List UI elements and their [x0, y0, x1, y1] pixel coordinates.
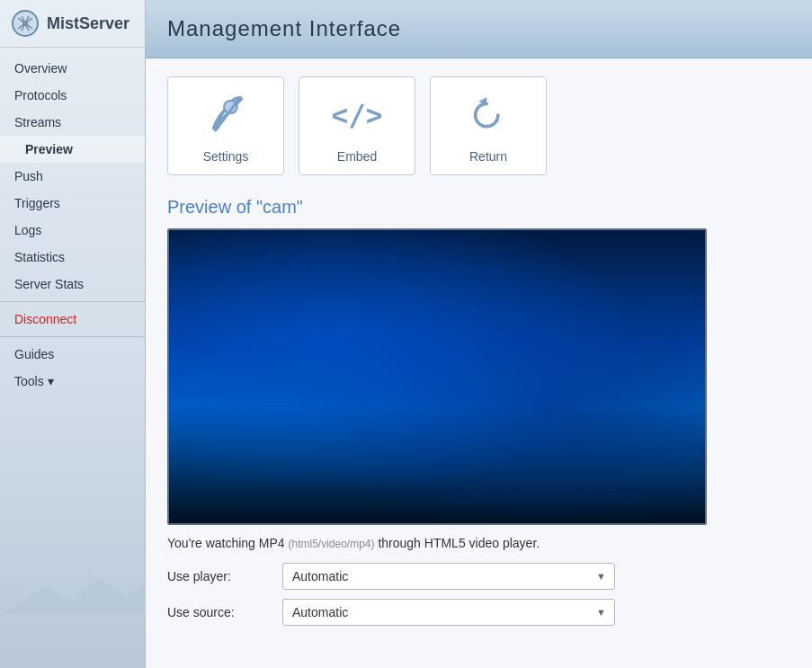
svg-point-34 — [289, 287, 299, 298]
svg-point-37 — [461, 289, 512, 340]
player-select-wrapper: Automatic — [282, 563, 615, 590]
svg-point-49 — [553, 374, 580, 388]
settings-button[interactable]: Settings — [167, 76, 284, 175]
sidebar: MistServer Overview Protocols Streams Pr… — [0, 0, 146, 668]
svg-text:</>: </> — [333, 98, 381, 132]
watching-suffix: through HTML5 video player. — [375, 536, 540, 550]
return-label: Return — [469, 149, 507, 164]
svg-rect-47 — [344, 452, 629, 488]
player-select[interactable]: Automatic — [282, 563, 615, 590]
svg-point-29 — [209, 287, 219, 298]
svg-rect-42 — [437, 368, 517, 413]
header: Management Interface — [146, 0, 812, 58]
video-preview — [167, 228, 707, 525]
embed-icon: </> — [330, 88, 384, 142]
disconnect-button[interactable]: Disconnect — [0, 306, 145, 333]
svg-rect-7 — [187, 238, 437, 515]
source-select-wrapper: Automatic — [282, 599, 615, 626]
svg-point-28 — [260, 258, 274, 272]
svg-point-41 — [549, 297, 584, 333]
sidebar-item-server-stats[interactable]: Server Stats — [0, 271, 145, 298]
page-title: Management Interface — [167, 16, 790, 41]
embed-label: Embed — [337, 149, 377, 164]
svg-rect-39 — [535, 292, 598, 363]
sidebar-item-guides[interactable]: Guides — [0, 341, 145, 368]
svg-rect-6 — [169, 230, 705, 523]
svg-marker-44 — [477, 361, 495, 377]
svg-point-33 — [262, 287, 272, 298]
main-content: Management Interface Settings — [146, 0, 812, 668]
svg-rect-43 — [544, 368, 624, 413]
player-label: Use player: — [167, 569, 275, 583]
svg-marker-45 — [558, 361, 576, 377]
source-row: Use source: Automatic — [167, 599, 790, 626]
return-icon — [461, 88, 515, 142]
svg-rect-36 — [455, 292, 518, 363]
sidebar-item-triggers[interactable]: Triggers — [0, 190, 145, 217]
player-row: Use player: Automatic — [167, 563, 790, 590]
sidebar-item-streams[interactable]: Streams — [0, 109, 145, 136]
sidebar-logo: MistServer — [0, 0, 145, 48]
svg-point-32 — [236, 313, 246, 324]
mistserver-logo-icon — [11, 9, 40, 38]
sidebar-divider — [0, 301, 145, 302]
sidebar-item-protocols[interactable]: Protocols — [0, 82, 145, 109]
svg-point-31 — [209, 313, 219, 324]
svg-rect-35 — [446, 283, 669, 462]
settings-icon — [199, 88, 253, 142]
source-select[interactable]: Automatic — [282, 599, 615, 626]
svg-rect-50 — [169, 479, 705, 523]
svg-point-48 — [473, 374, 500, 388]
sidebar-item-statistics[interactable]: Statistics — [0, 244, 145, 271]
return-button[interactable]: Return — [430, 76, 547, 175]
svg-rect-46 — [330, 444, 643, 498]
app-name: MistServer — [47, 14, 129, 33]
svg-point-1 — [22, 21, 28, 26]
svg-point-40 — [541, 289, 592, 340]
svg-point-27 — [236, 260, 246, 271]
svg-rect-8 — [196, 247, 428, 506]
sidebar-item-preview[interactable]: Preview — [0, 136, 145, 163]
watching-prefix: You're watching MP4 — [167, 536, 288, 550]
svg-point-26 — [207, 258, 221, 272]
sidebar-item-tools[interactable]: Tools ▾ — [0, 368, 145, 395]
video-frame — [169, 230, 705, 523]
sidebar-item-push[interactable]: Push — [0, 163, 145, 190]
sidebar-item-logs[interactable]: Logs — [0, 217, 145, 244]
svg-point-38 — [468, 297, 504, 333]
settings-label: Settings — [203, 149, 249, 164]
svg-point-30 — [236, 287, 246, 298]
sidebar-mountain-decoration — [0, 560, 146, 614]
watching-text: You're watching MP4 (html5/video/mp4) th… — [167, 536, 790, 550]
preview-title: Preview of "cam" — [167, 197, 790, 218]
action-buttons-row: Settings </> Embed Ret — [167, 76, 790, 175]
source-label: Use source: — [167, 605, 275, 619]
sidebar-divider-2 — [0, 336, 145, 337]
embed-button[interactable]: </> Embed — [299, 76, 415, 175]
content-area: Settings </> Embed Ret — [146, 58, 812, 668]
watching-codec: (html5/video/mp4) — [288, 538, 374, 550]
sidebar-item-overview[interactable]: Overview — [0, 55, 145, 82]
